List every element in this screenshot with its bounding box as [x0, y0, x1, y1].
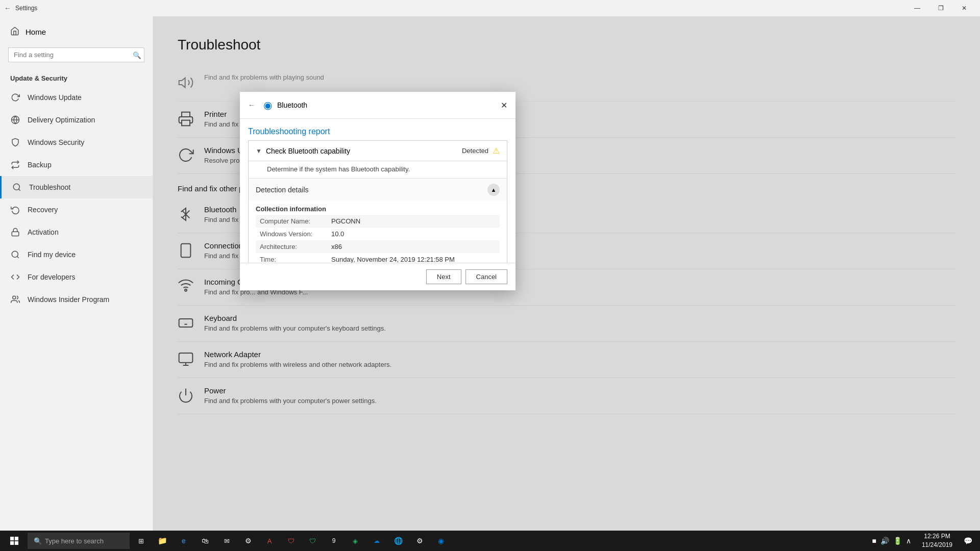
sidebar-item-label: Recovery: [28, 206, 58, 214]
title-bar-left: ← Settings: [4, 4, 37, 12]
taskbar-search-icon: 🔍: [34, 537, 42, 545]
windows-update-icon: [10, 92, 20, 103]
info-table-value: PGCONN: [327, 215, 500, 228]
network-systray-icon[interactable]: ■: [870, 537, 877, 545]
dialog-close-button[interactable]: ✕: [501, 101, 507, 110]
back-button[interactable]: ←: [4, 4, 11, 12]
next-button[interactable]: Next: [426, 269, 461, 284]
sidebar-item-label: Windows Insider Program: [28, 295, 109, 304]
report-section: ▼ Check Bluetooth capability Detected ⚠ …: [248, 140, 507, 263]
taskbar: 🔍 Type here to search ⊞ 📁 e 🛍 ✉ ⚙ A 🛡 🛡 …: [0, 531, 980, 551]
taskbar-search[interactable]: 🔍 Type here to search: [28, 533, 130, 549]
start-button[interactable]: [2, 531, 27, 551]
acrobat-button[interactable]: A: [259, 531, 280, 551]
sidebar-item-label: Delivery Optimization: [28, 116, 95, 124]
settings2-button[interactable]: ⚙: [409, 531, 430, 551]
detection-details-chevron[interactable]: ▲: [487, 184, 500, 196]
dialog-footer: Next Cancel: [240, 263, 516, 290]
clock-time: 12:26 PM: [922, 532, 952, 541]
security-button[interactable]: 🛡: [281, 531, 301, 551]
bluetooth-dialog: ← ◉ Bluetooth ✕ Troubleshooting report ▼…: [240, 92, 516, 290]
svg-rect-28: [15, 541, 18, 545]
sidebar-item-recovery[interactable]: Recovery: [0, 198, 153, 221]
sidebar-item-windows-insider[interactable]: Windows Insider Program: [0, 288, 153, 311]
info-table-row: Time:Sunday, November 24, 2019 12:21:58 …: [256, 253, 500, 263]
info-table: Computer Name:PGCONNWindows Version:10.0…: [256, 215, 500, 263]
activation-icon: [10, 227, 20, 237]
collapse-icon: ▼: [256, 147, 262, 155]
sidebar-item-troubleshoot[interactable]: Troubleshoot: [0, 176, 153, 198]
info-table-label: Time:: [256, 253, 327, 263]
security2-button[interactable]: 🛡: [302, 531, 323, 551]
info-table-label: Computer Name:: [256, 215, 327, 228]
svg-point-2: [13, 184, 19, 190]
chevron-systray[interactable]: ∧: [904, 537, 913, 545]
dialog-header: ← ◉ Bluetooth ✕: [240, 92, 516, 119]
window-title: Settings: [15, 5, 37, 12]
battery-systray-icon[interactable]: 🔋: [892, 537, 903, 545]
sidebar-item-find-my-device[interactable]: Find my device: [0, 243, 153, 266]
edge-button[interactable]: e: [174, 531, 194, 551]
windows-insider-icon: [10, 294, 20, 305]
volume-systray-icon[interactable]: 🔊: [879, 537, 891, 545]
maximize-button[interactable]: ❐: [929, 0, 952, 16]
report-content-wrapper[interactable]: ▼ Check Bluetooth capability Detected ⚠ …: [240, 140, 516, 263]
dialog-title-text: Bluetooth: [277, 101, 307, 109]
dialog-header-left: ← ◉ Bluetooth: [248, 99, 307, 111]
check-header-left: ▼ Check Bluetooth capability: [256, 147, 350, 155]
sidebar-search-icon[interactable]: 🔍: [133, 51, 141, 59]
taskbar-clock[interactable]: 12:26 PM 11/24/2019: [917, 532, 958, 549]
warning-icon: ⚠: [493, 146, 500, 156]
app9-button[interactable]: 9: [324, 531, 344, 551]
sidebar-item-backup[interactable]: Backup: [0, 154, 153, 176]
sidebar-home[interactable]: Home: [0, 16, 153, 47]
svg-line-3: [18, 189, 20, 190]
check-status: Detected: [462, 147, 488, 155]
mail-button[interactable]: ✉: [216, 531, 237, 551]
minimize-button[interactable]: —: [905, 0, 929, 16]
info-table-row: Windows Version:10.0: [256, 228, 500, 240]
task-view-button[interactable]: ⊞: [131, 531, 151, 551]
sidebar-item-windows-security[interactable]: Windows Security: [0, 131, 153, 154]
info-table-label: Windows Version:: [256, 228, 327, 240]
recovery-icon: [10, 205, 20, 215]
close-button[interactable]: ✕: [952, 0, 976, 16]
sidebar-item-delivery-optimization[interactable]: Delivery Optimization: [0, 109, 153, 131]
dialog-back-button[interactable]: ←: [248, 101, 255, 109]
report-section-check-header[interactable]: ▼ Check Bluetooth capability Detected ⚠: [249, 141, 507, 161]
taskbar-right: ■ 🔊 🔋 ∧ 12:26 PM 11/24/2019 💬: [866, 531, 978, 551]
notification-button[interactable]: 💬: [958, 531, 978, 551]
sidebar-item-for-developers[interactable]: For developers: [0, 266, 153, 288]
sidebar-item-windows-update[interactable]: Windows Update: [0, 86, 153, 109]
taskbar-systray: ■ 🔊 🔋 ∧: [866, 537, 916, 545]
onedrive-button[interactable]: ☁: [366, 531, 387, 551]
sidebar-section-title: Update & Security: [0, 70, 153, 86]
title-bar-controls: — ❐ ✕: [905, 0, 976, 16]
bluetooth-taskbar-button[interactable]: ◉: [431, 531, 451, 551]
for-developers-icon: [10, 272, 20, 282]
sidebar-item-label: Backup: [28, 161, 52, 169]
info-table-row: Architecture:x86: [256, 240, 500, 253]
cancel-button[interactable]: Cancel: [465, 269, 507, 284]
settings-taskbar-button[interactable]: ⚙: [238, 531, 258, 551]
taskbar-search-placeholder: Type here to search: [45, 537, 104, 545]
collection-info-title: Collection information: [256, 201, 500, 215]
info-table-value: Sunday, November 24, 2019 12:21:58 PM: [327, 253, 500, 263]
check-title: Check Bluetooth capability: [266, 147, 350, 155]
svg-rect-27: [10, 541, 14, 545]
detection-details-header[interactable]: Detection details ▲: [249, 179, 507, 201]
svg-point-7: [13, 296, 16, 299]
sidebar-item-activation[interactable]: Activation: [0, 221, 153, 243]
sidebar-item-label: Troubleshoot: [29, 183, 70, 191]
chrome-button[interactable]: 🌐: [388, 531, 408, 551]
sidebar-search-input[interactable]: [8, 47, 144, 62]
info-table-value: x86: [327, 240, 500, 253]
store-button[interactable]: 🛍: [195, 531, 215, 551]
file-explorer-button[interactable]: 📁: [152, 531, 173, 551]
delivery-optimization-icon: [10, 115, 20, 125]
check-header-right: Detected ⚠: [462, 146, 500, 156]
sidebar-item-label: Find my device: [28, 251, 76, 259]
svg-rect-4: [12, 232, 19, 236]
app10-button[interactable]: ◈: [345, 531, 365, 551]
sidebar-search-container: 🔍: [8, 47, 144, 62]
